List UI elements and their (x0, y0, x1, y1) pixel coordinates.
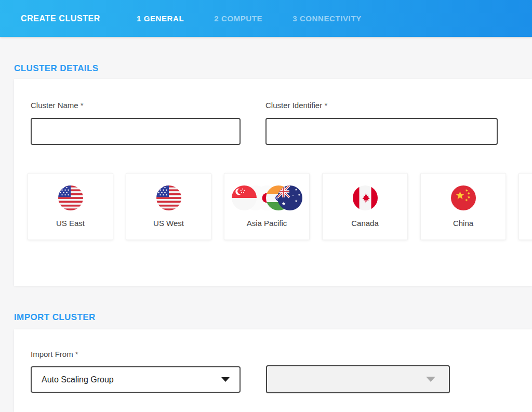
asia-pacific-flags-icon (232, 185, 302, 210)
region-card-canada[interactable]: Canada (322, 173, 408, 240)
cluster-details-card: Cluster Name * Cluster Identifier * (14, 79, 532, 286)
app-bar: CREATE CLUSTER 1 GENERAL 2 COMPUTE 3 CON… (0, 0, 532, 37)
region-label: US West (153, 219, 184, 228)
region-label: Canada (351, 219, 379, 228)
tab-compute[interactable]: 2 COMPUTE (214, 14, 262, 23)
cluster-identifier-input[interactable] (265, 118, 498, 145)
import-from-select[interactable]: Auto Scaling Group (31, 366, 241, 393)
chevron-down-icon (221, 377, 230, 382)
region-card-asia-pacific[interactable]: Asia Pacific (224, 173, 310, 240)
cluster-name-input[interactable] (31, 118, 241, 145)
region-label: Asia Pacific (247, 219, 287, 228)
tab-connectivity[interactable]: 3 CONNECTIVITY (292, 14, 362, 23)
australia-flag-icon (277, 185, 302, 210)
region-card-us-west[interactable]: US West (126, 173, 211, 240)
singapore-flag-icon (232, 185, 257, 210)
create-cluster-screen: CREATE CLUSTER 1 GENERAL 2 COMPUTE 3 CON… (0, 0, 532, 412)
cluster-details-heading: CLUSTER DETAILS (14, 63, 98, 74)
import-cluster-card: Import From * Auto Scaling Group (14, 329, 532, 412)
us-flag-icon (58, 185, 83, 210)
import-from-label: Import From * (31, 350, 78, 358)
canada-flag-icon (353, 185, 378, 210)
region-label: China (453, 219, 473, 228)
us-flag-icon (156, 185, 181, 210)
region-card-china[interactable]: China (420, 173, 506, 240)
cluster-name-label: Cluster Name * (31, 101, 84, 110)
wizard-steps: 1 GENERAL 2 COMPUTE 3 CONNECTIVITY (137, 14, 362, 23)
import-source-select[interactable] (266, 365, 450, 393)
region-label: US East (56, 219, 85, 228)
page-title: CREATE CLUSTER (21, 14, 100, 23)
region-card-us-east[interactable]: US East (28, 173, 113, 240)
chevron-down-icon (426, 377, 435, 382)
region-list: US East (28, 173, 532, 240)
import-from-selected-value: Auto Scaling Group (42, 375, 114, 384)
tab-general[interactable]: 1 GENERAL (137, 14, 184, 23)
cluster-identifier-label: Cluster Identifier * (265, 101, 327, 110)
import-cluster-heading: IMPORT CLUSTER (14, 312, 96, 323)
china-flag-icon (451, 185, 476, 210)
region-card-partial[interactable] (518, 173, 532, 240)
